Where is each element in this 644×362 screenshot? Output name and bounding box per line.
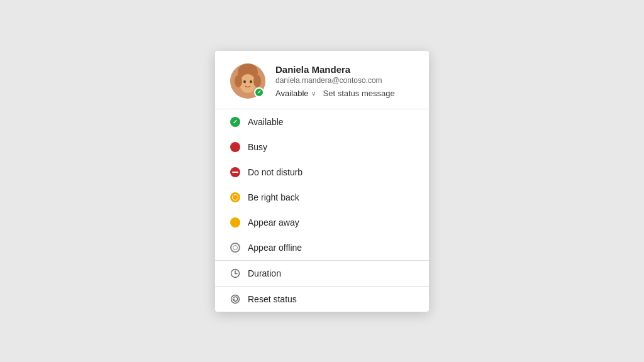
menu-item-away[interactable]: Appear away bbox=[215, 210, 429, 235]
reset-section: Reset status bbox=[215, 287, 429, 312]
offline-label: Appear offline bbox=[248, 243, 302, 253]
busy-icon bbox=[230, 142, 240, 152]
menu-item-dnd[interactable]: Do not disturb bbox=[215, 160, 429, 185]
duration-label: Duration bbox=[248, 268, 281, 278]
svg-point-3 bbox=[235, 75, 242, 87]
menu-item-available[interactable]: Available bbox=[215, 109, 429, 134]
dnd-label: Do not disturb bbox=[248, 167, 303, 177]
menu-item-offline[interactable]: Appear offline bbox=[215, 235, 429, 260]
set-status-message-button[interactable]: Set status message bbox=[323, 89, 395, 98]
svg-point-10 bbox=[231, 295, 240, 303]
chevron-down-icon: ∨ bbox=[311, 90, 316, 97]
svg-point-4 bbox=[253, 75, 261, 87]
profile-name: Daniela Mandera bbox=[275, 64, 395, 75]
avatar bbox=[230, 63, 265, 99]
reset-icon bbox=[230, 294, 240, 304]
brb-label: Be right back bbox=[248, 192, 299, 202]
available-icon bbox=[230, 117, 240, 127]
avatar-status-dot bbox=[254, 87, 264, 97]
profile-email: daniela.mandera@contoso.com bbox=[275, 76, 395, 85]
available-label: Available bbox=[248, 117, 284, 127]
status-menu: Available Busy Do not disturb Be right b… bbox=[215, 109, 429, 261]
dnd-icon bbox=[230, 167, 240, 177]
svg-point-6 bbox=[250, 80, 252, 82]
status-label: Available bbox=[275, 89, 309, 98]
menu-item-busy[interactable]: Busy bbox=[215, 134, 429, 160]
duration-section: Duration bbox=[215, 261, 429, 287]
away-label: Appear away bbox=[248, 217, 299, 228]
status-dropdown-button[interactable]: Available ∨ bbox=[275, 89, 316, 98]
profile-status-row: Available ∨ Set status message bbox=[275, 89, 395, 98]
menu-item-brb[interactable]: Be right back bbox=[215, 185, 429, 210]
menu-item-reset[interactable]: Reset status bbox=[215, 287, 429, 312]
svg-point-5 bbox=[243, 80, 246, 82]
brb-icon bbox=[230, 192, 240, 202]
away-icon bbox=[230, 217, 240, 228]
menu-item-duration[interactable]: Duration bbox=[215, 261, 429, 286]
clock-icon bbox=[230, 268, 240, 278]
svg-point-2 bbox=[240, 74, 256, 93]
profile-section: Daniela Mandera daniela.mandera@contoso.… bbox=[215, 51, 429, 109]
reset-label: Reset status bbox=[248, 294, 297, 304]
offline-icon bbox=[230, 243, 240, 253]
profile-info: Daniela Mandera daniela.mandera@contoso.… bbox=[275, 64, 395, 98]
busy-label: Busy bbox=[248, 142, 267, 152]
status-panel: Daniela Mandera daniela.mandera@contoso.… bbox=[215, 51, 429, 312]
